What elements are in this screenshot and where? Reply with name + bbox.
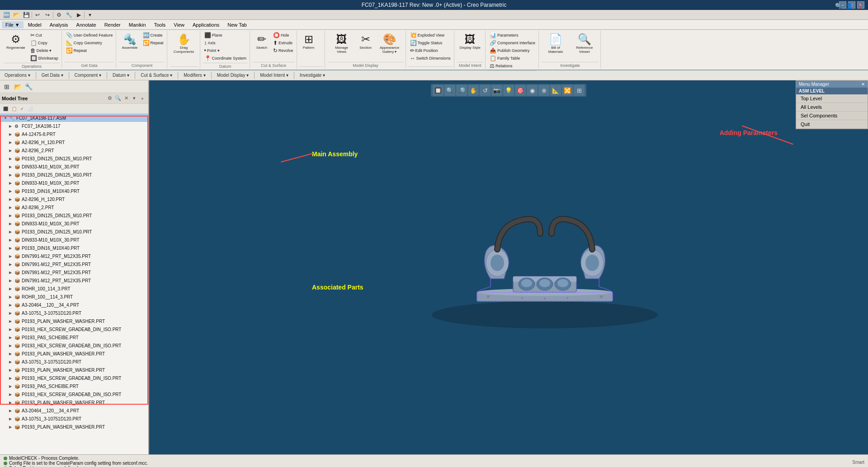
tree-item[interactable]: ▶ 📦 P0193_HEX_SCREW_GRADEAB_DIN_ISO.PRT	[0, 374, 148, 382]
save-button[interactable]: 💾	[22, 10, 31, 19]
tree-item[interactable]: ▶ 📦 DIN7991-M12_PRT_M12X35.PRT	[0, 268, 148, 276]
tree-item[interactable]: ▶ 📦 P0193_PLAIN_WASHER_WASHER.PRT	[0, 366, 148, 374]
vt-grid[interactable]: ⊞	[574, 85, 585, 96]
tree-item[interactable]: ▶ 📦 A2-8296_2.PRT	[0, 146, 148, 154]
axis-button[interactable]: ↕ Axis	[203, 39, 248, 47]
tree-item[interactable]: ▶ 📦 P0193_PLAIN_WASHER_WASHER.PRT	[0, 423, 148, 431]
filter-btn-4[interactable]: ⬜	[26, 106, 34, 112]
menu-mgr-alllevels[interactable]: All Levels	[796, 103, 868, 112]
relations-button[interactable]: ⚖ Relations	[488, 62, 537, 70]
redo-button[interactable]: ↪	[43, 10, 52, 19]
hole-button[interactable]: ⭕ Hole	[272, 32, 295, 39]
new-button[interactable]: 🆕	[2, 10, 11, 19]
assemble-button[interactable]: 🔩 Assemble	[119, 32, 140, 51]
vt-light[interactable]: 💡	[503, 85, 514, 96]
open-button[interactable]: 📂	[12, 10, 21, 19]
tree-item[interactable]: ▶ 📦 P0193_HEX_SCREW_GRADEAB_DIN_ISO.PRT	[0, 341, 148, 350]
tree-expand-btn[interactable]: ▾	[130, 94, 138, 103]
vt-zoom-fit[interactable]: 🔲	[433, 85, 443, 96]
menu-model[interactable]: Model	[24, 21, 45, 28]
panel-btn-2[interactable]: 📂	[13, 82, 23, 92]
dropdown-arrow[interactable]: ▾	[85, 10, 94, 19]
filter-btn-1[interactable]: ⬛	[2, 106, 9, 112]
help-button[interactable]: ❓	[855, 1, 864, 10]
menu-mgr-toplevel[interactable]: Top Level	[796, 94, 868, 103]
tree-add-btn[interactable]: +	[138, 94, 146, 103]
exploded-view-button[interactable]: 💥 Exploded View	[409, 32, 452, 39]
tree-settings-btn[interactable]: ⚙	[106, 94, 114, 103]
user-defined-button[interactable]: 📎 User-Defined Feature	[65, 32, 114, 39]
shrinkwrap-button[interactable]: 🔲 Shrinkwrap	[29, 55, 60, 62]
pattern-button[interactable]: ⊞ Pattern	[300, 32, 318, 51]
comp-repeat-button[interactable]: 🔁 Repeat	[142, 39, 165, 47]
vt-display[interactable]: 📐	[550, 85, 561, 96]
tree-item[interactable]: ▶ 📦 P0193_PLAIN_WASHER_WASHER.PRT	[0, 317, 148, 325]
menu-tools[interactable]: Tools	[151, 21, 170, 28]
ops-getdata[interactable]: Get Data ▾	[39, 72, 66, 79]
vt-zoom-out[interactable]: 🔎	[456, 85, 467, 96]
coord-button[interactable]: 📍 Coordinate System	[203, 55, 248, 62]
tree-item[interactable]: ▶ 📦 A2-8296_H_120.PRT	[0, 195, 148, 203]
run-button[interactable]: ▶	[74, 10, 83, 19]
ops-component[interactable]: Component ▾	[72, 72, 104, 79]
tree-content[interactable]: ▼ 🔧 FC07_1KA198-117.ASM ▶ ⚙ FC07_1KA198-…	[0, 114, 148, 454]
tree-item[interactable]: ▶ 📦 P0193_HEX_SCREW_GRADEAB_DIN_ISO.PRT	[0, 390, 148, 398]
menu-newtab[interactable]: New Tab	[224, 21, 250, 28]
tree-item[interactable]: ▶ 📦 A3-20464__120__34_4.PRT	[0, 406, 148, 415]
tree-item[interactable]: ▶ 📦 P0193_DIN16_M10X40.PRT	[0, 187, 148, 195]
bom-button[interactable]: 📄 Bill of Materials	[542, 32, 570, 55]
tree-filter-btn[interactable]: 🔍	[114, 94, 122, 103]
user-button[interactable]: 👤	[844, 1, 854, 10]
switch-dimensions-button[interactable]: ↔ Switch Dimensions	[409, 55, 452, 62]
tree-collapse-btn[interactable]: ✕	[122, 94, 130, 103]
ops-datum[interactable]: Datum ▾	[110, 72, 132, 79]
menu-view[interactable]: View	[170, 21, 188, 28]
vt-pan[interactable]: ✋	[468, 85, 479, 96]
tree-item[interactable]: ▶ 📦 DIN933-M10_M10X_30.PRT	[0, 219, 148, 228]
tree-item[interactable]: ▶ 📦 P0193_PAS_SCHEIBE.PRT	[0, 333, 148, 341]
menu-analysis[interactable]: Analysis	[46, 21, 72, 28]
drag-button[interactable]: ✋ Drag Components	[170, 32, 198, 55]
panel-btn-1[interactable]: ⊞	[2, 82, 12, 92]
viewport[interactable]: 🔲 🔍 🔎 ✋ ↺ 📷 💡 🎯 ◉ ⊕ 📐 🔀 ⊞	[149, 80, 868, 454]
panel-btn-3[interactable]: 🔧	[24, 82, 33, 92]
section-button[interactable]: ✂ Section	[357, 32, 375, 51]
tree-item[interactable]: ▶ 📦 A4-12475-8.PRT	[0, 130, 148, 138]
component-interface-button[interactable]: 🔗 Component Interface	[488, 39, 537, 47]
vt-zoom-box[interactable]: ⊕	[538, 85, 549, 96]
appearance-button[interactable]: 🎨 Appearance Gallery ▾	[376, 32, 404, 55]
toggle-status-button[interactable]: 🔄 Toggle Status	[409, 39, 452, 47]
revolve-button[interactable]: ↻ Revolve	[272, 47, 295, 54]
tree-item[interactable]: ▶ 📦 ROHR_100_114_3.PRT	[0, 285, 148, 293]
tree-item[interactable]: ▶ 📦 P0193_DIN125_DIN125_M10.PRT	[0, 171, 148, 179]
create-button[interactable]: 🆕 Create	[142, 32, 165, 39]
tree-item[interactable]: ▶ 📦 DIN933-M10_M10X_30.PRT	[0, 236, 148, 244]
delete-button[interactable]: 🗑 Delete ▾	[29, 47, 60, 54]
ops-modifiers[interactable]: Modifiers ▾	[181, 72, 208, 79]
vt-center[interactable]: 🎯	[515, 85, 526, 96]
vt-rotate[interactable]: ↺	[480, 85, 491, 96]
menu-mgr-quit[interactable]: Quit	[796, 120, 868, 129]
plane-button[interactable]: ⬛ Plane	[203, 32, 248, 39]
manage-views-button[interactable]: 🖼 Manage Views	[328, 32, 356, 55]
publish-geometry-button[interactable]: 📤 Publish Geometry	[488, 47, 537, 54]
menu-render[interactable]: Render	[101, 21, 124, 28]
ops-cutsurface[interactable]: Cut & Surface ▾	[138, 72, 175, 79]
vt-named-view[interactable]: 📷	[491, 85, 502, 96]
menu-applications[interactable]: Applications	[189, 21, 223, 28]
filter-btn-3[interactable]: ✓	[19, 106, 25, 112]
tree-item[interactable]: ▶ 📦 A3-20464__120__34_4.PRT	[0, 301, 148, 309]
filter-btn-2[interactable]: 📋	[10, 106, 18, 112]
menu-manikin[interactable]: Manikin	[125, 21, 150, 28]
search-button[interactable]: 🔍	[834, 1, 843, 10]
tree-item[interactable]: ▶ 📦 P0193_DIN125_DIN125_M10.PRT	[0, 154, 148, 163]
display-style-button[interactable]: 🖼 Display Style	[457, 32, 483, 51]
cut-button[interactable]: ✂ Cut	[29, 32, 60, 39]
menu-annotate[interactable]: Annotate	[73, 21, 100, 28]
tree-item[interactable]: ▶ 📦 P0193_PLAIN_WASHER_WASHER.PRT	[0, 398, 148, 406]
ref-viewer-button[interactable]: 🔍 Reference Viewer	[571, 32, 599, 55]
tree-item[interactable]: ▶ 📦 A3-10751_3-10751D120.PRT	[0, 309, 148, 317]
tree-item[interactable]: ▶ 📦 DIN933-M10_M10X_30.PRT	[0, 179, 148, 187]
ops-operations[interactable]: Operations ▾	[2, 72, 33, 79]
tree-item[interactable]: ▶ 📦 A3-10751_3-10751D120.PRT	[0, 358, 148, 366]
